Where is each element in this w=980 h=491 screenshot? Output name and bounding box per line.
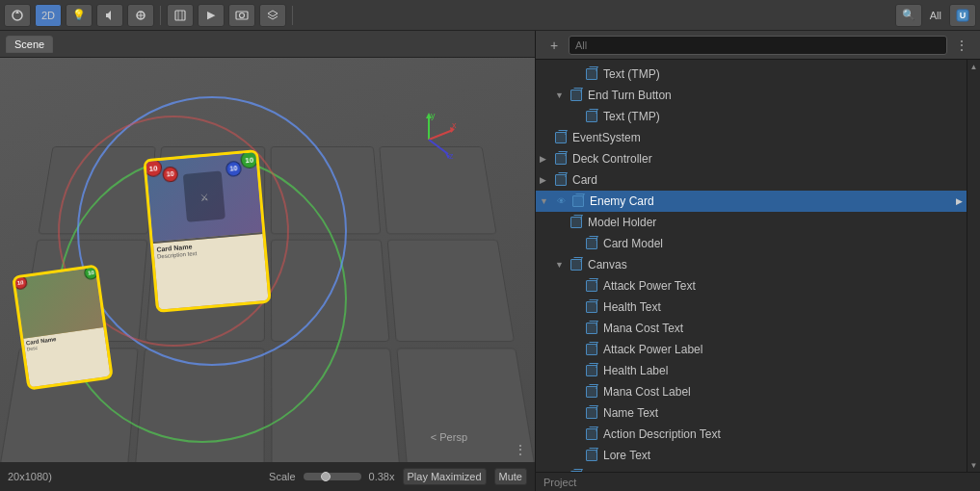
- visibility-icon[interactable]: 👁: [553, 194, 569, 209]
- scene-tab[interactable]: Scene: [6, 36, 53, 53]
- project-bottom-bar: Project: [536, 472, 980, 491]
- object-type-icon: [584, 278, 599, 294]
- tree-item-canvas[interactable]: ▼ Canvas: [536, 254, 967, 275]
- tree-expand-arrow[interactable]: ▶: [540, 154, 553, 164]
- hierarchy-menu-btn[interactable]: ⋮: [951, 35, 972, 56]
- toolbar-2d-btn[interactable]: 2D: [35, 4, 62, 27]
- scene-gizmo: y x z: [400, 111, 458, 168]
- toolbar-sep-1: [160, 6, 161, 25]
- svg-point-8: [240, 13, 245, 17]
- object-type-icon: [553, 151, 569, 167]
- hierarchy-tree: Text (TMP)▼ End Turn Button Text (TMP) E…: [536, 60, 967, 472]
- play-mode-select[interactable]: Play Maximized: [403, 468, 487, 485]
- tree-expand-arrow[interactable]: ▼: [555, 90, 569, 100]
- tree-right-arrow: ▶: [956, 196, 963, 206]
- object-type-icon: [569, 215, 584, 230]
- tree-item-attack-power-text[interactable]: Attack Power Text: [536, 275, 967, 297]
- card-small-object[interactable]: 10 10 Card Name Desc: [12, 264, 114, 390]
- svg-rect-4: [175, 11, 185, 20]
- tree-item-label: Mana Cost Label: [603, 385, 691, 399]
- tree-item-health-text[interactable]: Health Text: [536, 297, 967, 318]
- object-type-icon: [584, 448, 599, 463]
- tree-item-model-holder[interactable]: Model Holder: [536, 212, 967, 233]
- tree-item-label: Deck Controller: [572, 152, 652, 166]
- scroll-down-btn[interactable]: ▼: [967, 458, 981, 472]
- toolbar-search-btn[interactable]: 🔍: [895, 4, 922, 27]
- object-type-icon: [584, 384, 599, 400]
- svg-text:U: U: [960, 11, 967, 20]
- tree-item-action-description-text[interactable]: Action Description Text: [536, 424, 967, 445]
- tree-item-end-turn-button[interactable]: ▼ End Turn Button: [536, 85, 967, 106]
- tree-item-mana-cost-label[interactable]: Mana Cost Label: [536, 381, 967, 402]
- scroll-up-btn[interactable]: ▲: [967, 60, 981, 73]
- hierarchy-scrollbar[interactable]: ▲ ▼: [967, 60, 980, 472]
- tree-item-name-text[interactable]: Name Text: [536, 402, 967, 424]
- tree-item-label: EventSystem: [572, 131, 641, 144]
- tree-item-deck-controller[interactable]: ▶ Deck Controller: [536, 148, 967, 169]
- toolbar-play-btn[interactable]: ▶: [198, 4, 225, 27]
- card-main-object[interactable]: ⚔ 10 10 10 10 Card Name Description text: [143, 149, 271, 313]
- tree-item-attack-power-label[interactable]: Attack Power Label: [536, 339, 967, 360]
- project-label: Project: [543, 477, 576, 488]
- scale-label: Scale: [269, 471, 296, 482]
- tree-expand-arrow[interactable]: ▶: [540, 175, 553, 185]
- toolbar-audio-btn[interactable]: [96, 4, 123, 27]
- toolbar-camera-btn[interactable]: [228, 4, 255, 27]
- search-all-label: All: [926, 10, 945, 21]
- svg-line-14: [429, 130, 453, 140]
- main-content: Scene: [0, 31, 980, 491]
- tree-item-label: Model Holder: [588, 216, 656, 229]
- mute-btn[interactable]: Mute: [494, 468, 527, 485]
- tree-item-enemy-card[interactable]: ▼👁 Enemy Card▶: [536, 191, 967, 212]
- tree-item-health-label[interactable]: Health Label: [536, 360, 967, 381]
- tree-item-label: Health Label: [603, 364, 668, 377]
- toolbar-sep-2: [292, 6, 293, 25]
- scene-options-btn[interactable]: ⋮: [514, 442, 527, 457]
- object-type-icon: [569, 469, 584, 472]
- tree-item-lore-text[interactable]: Lore Text: [536, 445, 967, 466]
- perspective-label: < Persp: [431, 431, 467, 443]
- scene-3d-view[interactable]: ⚔ 10 10 10 10 Card Name Description text: [0, 58, 535, 491]
- tree-item-label: Attack Power Text: [603, 279, 696, 293]
- hierarchy-search-input[interactable]: [569, 36, 947, 55]
- tree-item-label: Mana Cost Text: [603, 322, 683, 335]
- toolbar-light-btn[interactable]: 💡: [66, 4, 93, 27]
- tree-item-card[interactable]: ▶ Card: [536, 169, 967, 191]
- tree-item-label: Text (TMP): [603, 67, 660, 81]
- object-type-icon: [569, 257, 584, 272]
- hierarchy-panel: + ⋮ Text (TMP)▼ End Turn Button Text (TM…: [535, 31, 980, 491]
- tree-item-eventsystem[interactable]: EventSystem: [536, 127, 967, 148]
- scene-top-bar: Scene: [0, 31, 535, 58]
- object-type-icon: [584, 66, 599, 82]
- tree-item-label: Card Model: [603, 237, 663, 250]
- scene-view[interactable]: Scene: [0, 31, 535, 491]
- tree-expand-arrow[interactable]: ▼: [540, 196, 553, 206]
- tree-item-label: Health Text: [603, 300, 661, 314]
- tree-item-label: Canvas: [588, 258, 627, 271]
- svg-text:x: x: [452, 120, 457, 130]
- tree-item-label: Attack Power Label: [603, 343, 702, 356]
- svg-text:y: y: [431, 111, 436, 120]
- object-type-icon: [569, 88, 584, 103]
- tree-item-label: Lore Text: [603, 449, 650, 462]
- toolbar-layers-btn[interactable]: [259, 4, 286, 27]
- svg-text:z: z: [449, 151, 454, 161]
- tree-expand-arrow[interactable]: ▼: [555, 260, 569, 270]
- tree-item-card-model[interactable]: Card Model: [536, 233, 967, 254]
- tree-item-text-(tmp)[interactable]: Text (TMP): [536, 106, 967, 127]
- tree-item-mana-cost-text[interactable]: Mana Cost Text: [536, 318, 967, 339]
- object-type-icon: [584, 342, 599, 357]
- toolbar-fx-btn[interactable]: [127, 4, 154, 27]
- tree-item-text-(tmp)[interactable]: Text (TMP): [536, 64, 967, 85]
- scale-slider[interactable]: [304, 473, 361, 480]
- toolbar-menu-btn[interactable]: U: [949, 4, 976, 27]
- object-type-icon: [570, 194, 586, 209]
- scene-bottom-bar: 20x1080) Scale 0.38x Play Maximized Mute: [0, 462, 535, 491]
- object-type-icon: [584, 405, 599, 421]
- object-type-icon: [553, 172, 569, 188]
- object-type-icon: [584, 426, 599, 442]
- hierarchy-add-btn[interactable]: +: [543, 35, 565, 56]
- toolbar-rotate-btn[interactable]: [4, 4, 31, 27]
- toolbar-gizmo-btn[interactable]: [167, 4, 194, 27]
- tree-item-label: Name Text: [603, 406, 658, 420]
